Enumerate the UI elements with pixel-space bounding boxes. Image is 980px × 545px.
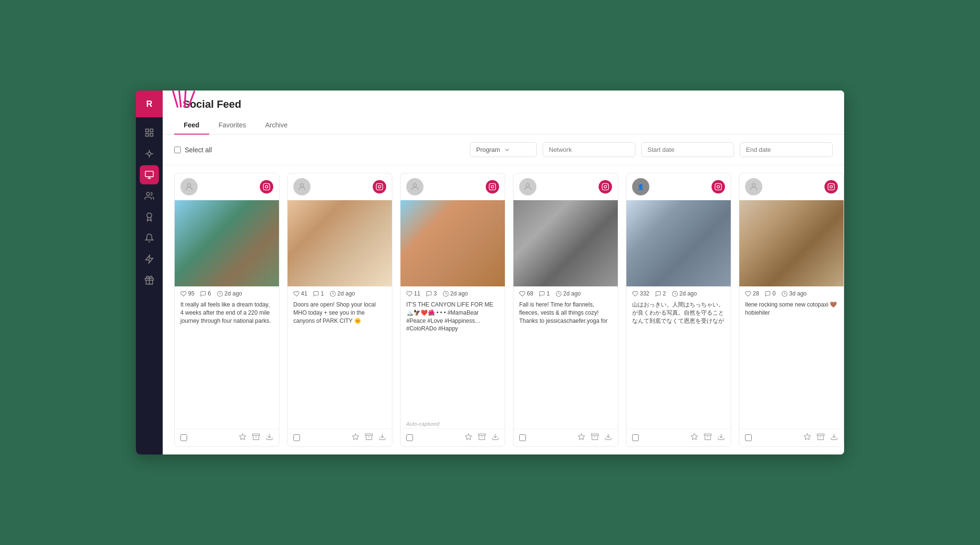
card-actions: [803, 433, 838, 443]
svg-point-39: [413, 183, 417, 187]
card-select-checkbox[interactable]: [293, 434, 300, 441]
svg-rect-3: [150, 134, 153, 136]
svg-marker-53: [578, 433, 584, 440]
comments-stat: 6: [200, 290, 211, 297]
archive-icon[interactable]: [704, 433, 712, 443]
comments-stat: 0: [765, 290, 776, 297]
avatar: [519, 178, 536, 195]
svg-rect-49: [602, 183, 608, 190]
comment-icon: [200, 291, 206, 297]
sidebar-item-analytics[interactable]: [140, 144, 159, 163]
svg-marker-70: [804, 433, 810, 440]
card-caption: Ilene rocking some new cotopaxi 🤎 hobieh…: [739, 299, 844, 429]
tab-favorites[interactable]: Favorites: [209, 116, 256, 135]
svg-point-12: [146, 193, 150, 196]
sidebar-item-zap[interactable]: [140, 250, 159, 269]
svg-rect-66: [828, 183, 834, 190]
sidebar-item-dashboard[interactable]: [140, 123, 159, 142]
time-stat: 2d ago: [672, 290, 697, 297]
page-title-row: Social Feed: [174, 98, 833, 111]
heart-icon: [519, 291, 525, 297]
favorite-icon[interactable]: [690, 433, 698, 443]
program-dropdown[interactable]: Program: [470, 142, 537, 157]
download-icon[interactable]: [604, 433, 612, 443]
select-all-checkbox[interactable]: [174, 147, 181, 153]
download-icon[interactable]: [830, 433, 838, 443]
card-header: [175, 173, 279, 200]
card-footer: [626, 429, 731, 446]
post-card: 28 0 3d ago Ilene rocking some new cotop…: [739, 173, 844, 447]
svg-point-58: [717, 185, 719, 188]
svg-marker-26: [239, 433, 245, 440]
svg-line-17: [173, 91, 178, 107]
network-input[interactable]: [543, 142, 635, 157]
comments-count: 1: [546, 290, 550, 297]
sidebar-item-social-feed[interactable]: [140, 165, 159, 184]
card-caption: It really all feels like a dream today, …: [175, 299, 279, 429]
svg-line-19: [185, 91, 186, 107]
card-image: [626, 200, 731, 286]
comments-count: 1: [321, 290, 324, 297]
svg-point-65: [752, 183, 756, 187]
card-select-checkbox[interactable]: [519, 434, 526, 441]
archive-icon[interactable]: [478, 433, 486, 443]
svg-rect-54: [591, 434, 599, 435]
avatar: 👤: [632, 178, 649, 195]
svg-rect-31: [376, 183, 382, 190]
likes-stat: 41: [293, 290, 307, 297]
card-stats: 68 1 2d ago: [513, 286, 618, 299]
download-icon[interactable]: [379, 433, 386, 443]
sidebar-item-awards[interactable]: [140, 207, 159, 227]
chevron-down-icon: [504, 147, 511, 153]
start-date-input[interactable]: [641, 142, 734, 157]
favorite-icon[interactable]: [578, 433, 585, 443]
comment-icon: [655, 291, 661, 297]
download-icon[interactable]: [266, 433, 273, 443]
likes-count: 68: [527, 290, 533, 297]
svg-point-32: [378, 185, 380, 188]
card-select-checkbox[interactable]: [180, 434, 187, 441]
sidebar-item-gifts[interactable]: [140, 271, 159, 290]
post-card: 👤 332 2 2d ago 山はおっきい。人間はちっちゃい。が良くわかる写真。…: [626, 173, 731, 447]
favorite-icon[interactable]: [803, 433, 811, 443]
card-select-checkbox[interactable]: [632, 434, 639, 441]
likes-stat: 332: [632, 290, 649, 297]
card-select-checkbox[interactable]: [745, 434, 752, 441]
sidebar-item-users[interactable]: [140, 186, 159, 205]
comments-stat: 2: [655, 290, 666, 297]
select-all-label[interactable]: Select all: [174, 146, 212, 154]
archive-icon[interactable]: [252, 433, 260, 443]
card-image: [175, 200, 279, 286]
app-logo[interactable]: R: [136, 91, 163, 117]
card-stats: 41 1 2d ago: [288, 286, 392, 299]
svg-rect-57: [715, 183, 721, 190]
card-select-checkbox[interactable]: [406, 434, 413, 441]
svg-marker-35: [352, 433, 358, 440]
svg-point-24: [268, 185, 268, 185]
archive-icon[interactable]: [591, 433, 599, 443]
network-badge-instagram: [599, 180, 612, 193]
favorite-icon[interactable]: [352, 433, 359, 443]
card-caption: 山はおっきい。人間はちっちゃい。が良くわかる写真。自然を守ることなんて到底でなく…: [626, 299, 731, 429]
post-time: 3d ago: [789, 290, 807, 297]
tab-archive[interactable]: Archive: [256, 116, 297, 135]
svg-rect-9: [145, 171, 154, 177]
comment-icon: [313, 291, 319, 297]
comments-count: 2: [663, 290, 666, 297]
network-badge-instagram: [712, 180, 725, 193]
favorite-icon[interactable]: [465, 433, 472, 443]
card-footer: [175, 429, 279, 446]
archive-icon[interactable]: [365, 433, 373, 443]
svg-point-68: [833, 185, 833, 185]
svg-marker-44: [465, 433, 471, 440]
archive-icon[interactable]: [817, 433, 824, 443]
card-actions: [352, 433, 386, 443]
toolbar-left: Select all: [174, 146, 212, 154]
download-icon[interactable]: [717, 433, 725, 443]
tab-feed[interactable]: Feed: [174, 116, 209, 135]
post-card: 41 1 2d ago Doors are open! Shop your lo…: [287, 173, 392, 447]
end-date-input[interactable]: [740, 142, 833, 157]
sidebar-item-notifications[interactable]: [140, 228, 159, 248]
favorite-icon[interactable]: [239, 433, 246, 443]
download-icon[interactable]: [491, 433, 499, 443]
